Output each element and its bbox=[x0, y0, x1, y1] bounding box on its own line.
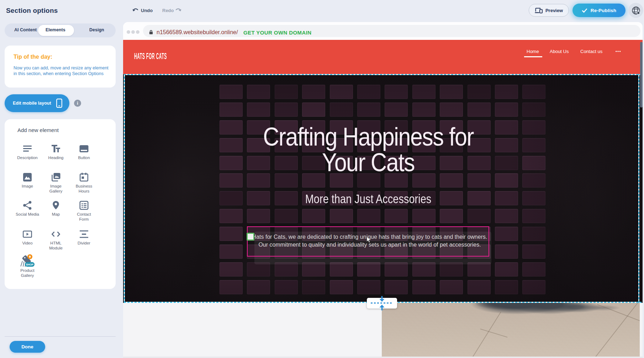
svg-text:SHOP: SHOP bbox=[26, 263, 33, 266]
